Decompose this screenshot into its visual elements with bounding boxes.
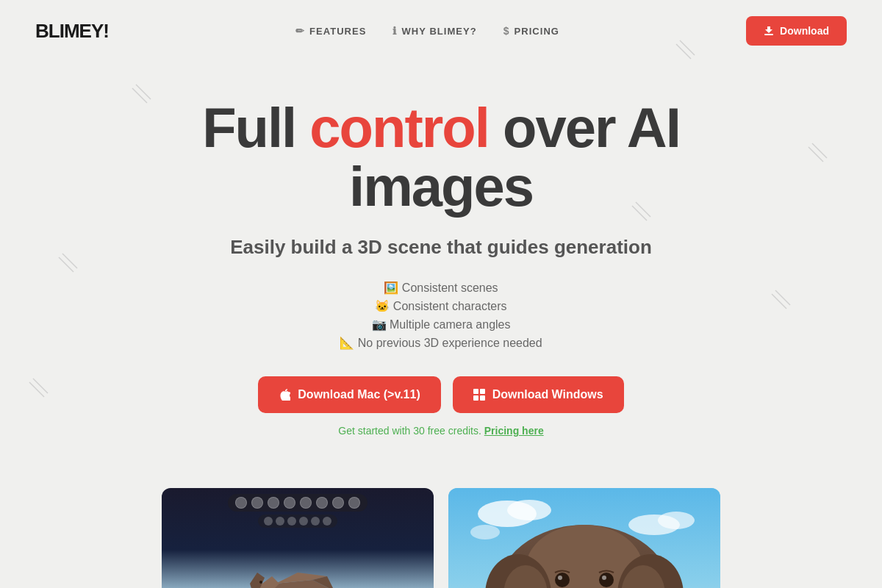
feature-item-3: 📷 Multiple camera angles (372, 318, 511, 331)
logo[interactable]: BLIMEY! (35, 20, 109, 43)
nav-links: ✏ FEATURES ℹ WHY BLIMEY? $ PRICING (295, 25, 559, 37)
preview-photo (448, 488, 720, 588)
editor-sub-toolbar (258, 514, 337, 528)
toolbar-icon-1 (235, 497, 247, 509)
toolbar-icon-7 (332, 497, 344, 509)
hero-section: Full control over AI images Easily build… (0, 62, 882, 488)
svg-point-46 (599, 573, 614, 587)
ai-elephant-photo (448, 488, 720, 588)
nav-item-why-blimey[interactable]: ℹ WHY BLIMEY? (392, 25, 476, 37)
svg-rect-0 (764, 34, 773, 35)
sub-toolbar-icon (311, 517, 320, 526)
pencil-icon: ✏ (295, 25, 305, 37)
svg-point-45 (558, 576, 562, 580)
svg-point-47 (602, 576, 606, 580)
hero-subtitle: Easily build a 3D scene that guides gene… (220, 234, 662, 260)
toolbar-icon-3 (268, 497, 279, 509)
free-credits-text: Get started with 30 free credits. Pricin… (15, 425, 867, 437)
info-icon: ℹ (392, 25, 397, 37)
download-icon (764, 26, 774, 36)
apple-icon (279, 389, 290, 401)
editor-toolbar (228, 494, 368, 512)
preview-section (0, 488, 882, 588)
svg-point-44 (555, 573, 570, 587)
toolbar-icon-6 (316, 497, 328, 509)
svg-point-36 (658, 512, 695, 529)
pricing-link[interactable]: Pricing here (484, 425, 544, 437)
svg-point-25 (259, 581, 262, 584)
preview-editor (162, 488, 434, 588)
svg-point-34 (507, 500, 551, 520)
hero-title: Full control over AI images (15, 98, 867, 216)
navbar: BLIMEY! ✏ FEATURES ℹ WHY BLIMEY? $ PRICI… (0, 0, 882, 62)
download-windows-button[interactable]: Download Windows (453, 376, 624, 413)
sub-toolbar-icon (323, 517, 331, 526)
feature-item-4: 📐 No previous 3D experience needed (340, 336, 542, 350)
dollar-icon: $ (503, 25, 510, 37)
nav-item-features[interactable]: ✏ FEATURES (295, 25, 366, 37)
sub-toolbar-icon (264, 517, 273, 526)
feature-item-1: 🖼️ Consistent scenes (384, 281, 498, 295)
toolbar-icon-8 (348, 497, 360, 509)
sub-toolbar-icon (299, 517, 308, 526)
svg-point-37 (470, 525, 500, 539)
windows-icon (473, 389, 485, 401)
low-poly-elephant (217, 517, 379, 588)
nav-item-pricing[interactable]: $ PRICING (503, 25, 559, 37)
download-mac-button[interactable]: Download Mac (>v.11) (258, 376, 440, 413)
hero-features-list: 🖼️ Consistent scenes 🐱 Consistent charac… (15, 281, 867, 350)
nav-download-button[interactable]: Download (746, 16, 847, 46)
feature-item-2: 🐱 Consistent characters (375, 299, 506, 313)
sub-toolbar-icon (287, 517, 296, 526)
toolbar-icon-5 (300, 497, 312, 509)
sub-toolbar-icon (276, 517, 284, 526)
toolbar-icon-2 (251, 497, 263, 509)
toolbar-icon-4 (284, 497, 295, 509)
cta-buttons: Download Mac (>v.11) Download Windows (15, 376, 867, 413)
